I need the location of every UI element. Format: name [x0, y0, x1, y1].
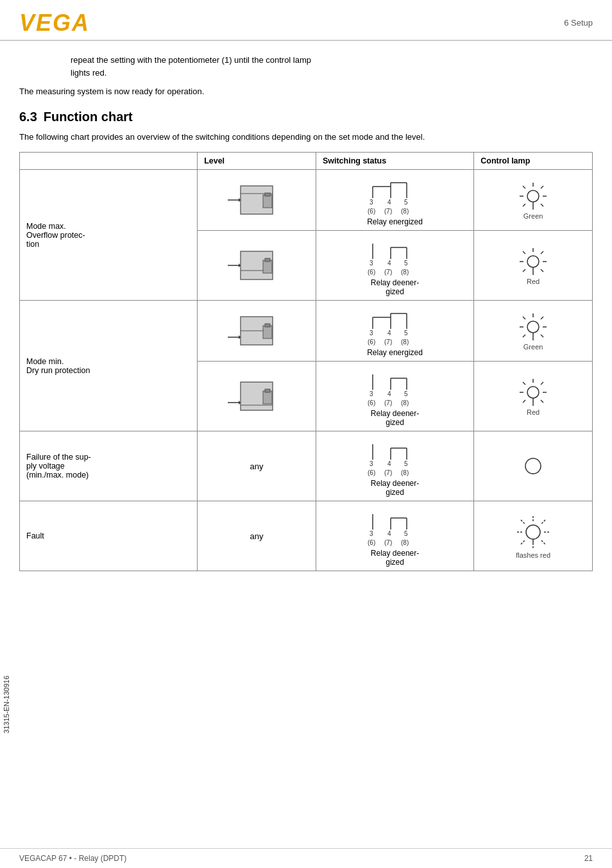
- lamp-label-3: Green: [480, 343, 586, 351]
- svg-line-25: [541, 186, 543, 188]
- side-text: 31315-EN-130916: [0, 669, 13, 740]
- svg-text:4: 4: [387, 460, 391, 467]
- svg-rect-58: [263, 326, 272, 338]
- svg-rect-88: [265, 389, 270, 392]
- level-diagram-4: [204, 374, 309, 418]
- lamp-icon-6: [480, 513, 586, 551]
- svg-rect-87: [263, 391, 272, 404]
- svg-text:(7): (7): [384, 208, 392, 215]
- svg-text:(8): (8): [401, 539, 409, 546]
- page-header: VEGA 6 Setup: [0, 0, 612, 41]
- intro-block: repeat the setting with the potentiomete…: [71, 54, 593, 79]
- svg-line-107: [541, 400, 543, 403]
- page-footer: VEGACAP 67 • - Relay (DPDT) 21: [0, 848, 612, 868]
- svg-text:(6): (6): [368, 399, 375, 406]
- lamp-cell-2: Red: [474, 231, 593, 301]
- table-row: Fault any 3 4 5 (6) (7): [20, 501, 593, 571]
- footer-page: 21: [584, 854, 593, 863]
- lamp-label-4: Red: [480, 408, 586, 416]
- relay-status-3: Relay energized: [323, 348, 467, 357]
- relay-diagram-5: 3 4 5 (6) (7) (8): [323, 435, 467, 479]
- function-chart-table: Level Switching status Control lamp Mode…: [19, 152, 593, 571]
- table-row: Mode min.Dry run protection: [20, 301, 593, 362]
- svg-text:5: 5: [404, 260, 408, 267]
- svg-text:(7): (7): [384, 399, 392, 406]
- svg-text:(8): (8): [401, 338, 409, 346]
- table-header-row: Level Switching status Control lamp: [20, 153, 593, 170]
- level-cell-5: any: [198, 431, 316, 501]
- lamp-cell-6: flashes red: [474, 501, 593, 571]
- svg-text:(6): (6): [368, 539, 375, 546]
- section-title: Function chart: [44, 110, 133, 124]
- svg-text:3: 3: [370, 330, 373, 337]
- svg-text:5: 5: [404, 460, 408, 467]
- svg-line-23: [523, 186, 525, 188]
- svg-text:4: 4: [387, 260, 391, 267]
- lamp-icon-5: [480, 450, 586, 482]
- svg-text:3: 3: [370, 199, 373, 206]
- svg-rect-59: [265, 324, 270, 327]
- svg-line-82: [523, 335, 525, 337]
- level-cell-4: [198, 362, 316, 431]
- svg-text:(7): (7): [384, 469, 392, 476]
- svg-line-108: [541, 382, 543, 385]
- relay-diagram-2: 3 4 5 (6) (7) (8): [323, 235, 467, 278]
- svg-text:5: 5: [404, 199, 408, 206]
- svg-line-140: [541, 540, 545, 544]
- table-row: Mode max.Overflow protec-tion: [20, 170, 593, 231]
- mode-cell-3: Mode min.Dry run protection: [20, 301, 198, 431]
- switching-cell-2: 3 4 5 (6) (7) (8): [316, 231, 473, 301]
- svg-line-142: [521, 540, 525, 544]
- svg-text:4: 4: [387, 330, 391, 337]
- switching-cell-3: 3 4 5 (6) (7) (8): [316, 301, 473, 362]
- svg-text:(6): (6): [368, 338, 375, 346]
- footer-product: VEGACAP 67 • - Relay (DPDT): [19, 854, 126, 863]
- relay-status-1: Relay energized: [323, 217, 467, 226]
- switching-cell-4: 3 4 5 (6) (7) (8): [316, 362, 473, 431]
- svg-text:3: 3: [370, 530, 373, 537]
- svg-point-110: [527, 387, 539, 398]
- th-lamp: Control lamp: [474, 153, 593, 170]
- svg-line-141: [541, 520, 545, 524]
- lamp-icon-4: [480, 376, 586, 408]
- svg-line-51: [541, 269, 543, 272]
- svg-rect-32: [265, 258, 270, 262]
- page-container: VEGA 6 Setup repeat the setting with the…: [0, 0, 612, 868]
- table-row: Failure of the sup-ply voltage(min./max.…: [20, 431, 593, 501]
- level-cell-6: any: [198, 501, 316, 571]
- ready-text: The measuring system is now ready for op…: [19, 85, 593, 98]
- svg-point-83: [527, 321, 539, 333]
- svg-line-139: [521, 520, 525, 524]
- svg-point-54: [527, 256, 539, 267]
- section-number: 6.3: [19, 110, 37, 124]
- level-cell-1: [198, 170, 316, 231]
- lamp-label-6: flashes red: [480, 551, 586, 559]
- switching-cell-6: 3 4 5 (6) (7) (8): [316, 501, 473, 571]
- section-description: The following chart provides an overview…: [19, 131, 593, 144]
- svg-line-52: [541, 251, 543, 254]
- lamp-icon-3: [480, 311, 586, 343]
- svg-line-50: [523, 251, 525, 254]
- level-diagram-1: [204, 178, 309, 222]
- svg-text:5: 5: [404, 530, 408, 537]
- svg-text:3: 3: [370, 460, 373, 467]
- relay-diagram-6: 3 4 5 (6) (7) (8): [323, 505, 467, 549]
- mode-cell-6: Fault: [20, 501, 198, 571]
- lamp-icon-1: [480, 180, 586, 212]
- svg-line-53: [523, 269, 525, 272]
- svg-point-27: [527, 190, 539, 202]
- svg-text:(8): (8): [401, 269, 409, 276]
- svg-line-81: [541, 317, 543, 319]
- switching-cell-1: 3 4 5 (6) (7) (8): [316, 170, 473, 231]
- lamp-label-2: Red: [480, 278, 586, 285]
- relay-diagram-4: 3 4 5 (6) (7) (8): [323, 365, 467, 409]
- svg-line-80: [541, 335, 543, 337]
- svg-text:4: 4: [387, 530, 391, 537]
- lamp-cell-5: [474, 431, 593, 501]
- relay-status-5: Relay deener-gized: [323, 479, 467, 497]
- svg-text:(8): (8): [401, 208, 409, 215]
- lamp-cell-1: Green: [474, 170, 593, 231]
- relay-diagram-3: 3 4 5 (6) (7) (8): [323, 305, 467, 348]
- svg-text:(7): (7): [384, 269, 392, 276]
- th-switching: Switching status: [316, 153, 473, 170]
